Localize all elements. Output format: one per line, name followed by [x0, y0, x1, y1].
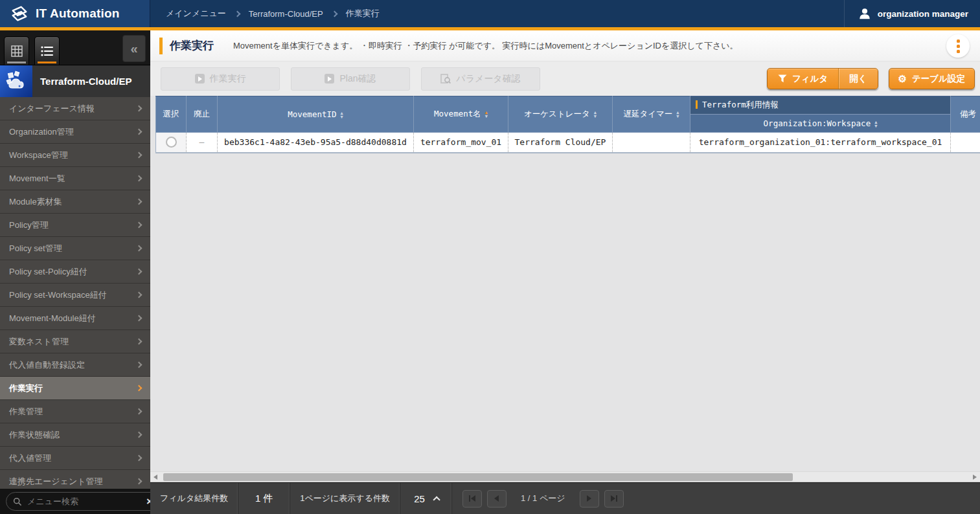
table-settings-button[interactable]: ⚙ テーブル設定 — [889, 68, 975, 89]
sidebar-item-policy-set-policy-link[interactable]: Policy set-Policy紐付 — [0, 260, 150, 284]
sort-icon: ▲▼ — [676, 111, 679, 118]
kebab-dot-icon — [957, 45, 960, 48]
scrollbar-thumb[interactable] — [163, 473, 793, 481]
chevron-right-icon — [136, 129, 142, 135]
chevron-right-icon — [136, 455, 142, 462]
column-header-orchestrator[interactable]: オーケストレータ▲▼ — [508, 96, 613, 133]
table-row: — beb336c1-4a82-43eb-95a5-d88d40d0881d t… — [156, 133, 980, 153]
menu-search-box[interactable]: × — [6, 492, 160, 511]
sidebar-item-interface-info[interactable]: インターフェース情報 — [0, 97, 150, 120]
title-accent-bar — [159, 38, 163, 54]
sidebar-item-agent-mgmt[interactable]: 連携先エージェント管理 — [0, 470, 150, 489]
row-org-workspace-cell: terraform_organization_01:terraform_work… — [690, 133, 951, 153]
user-name: organization manager — [878, 9, 968, 19]
chevron-right-icon — [136, 339, 142, 345]
column-header-remarks[interactable]: 備考▲▼ — [951, 96, 980, 133]
pagination-footer: フィルタ結果件数 1 件 1ページに表示する件数 25 1 / 1 ページ — [150, 482, 980, 514]
sort-icon-ascending: ▲▼ — [485, 111, 488, 118]
sidebar-collapse-button[interactable]: « — [122, 35, 146, 62]
sidebar-item-variable-nest-mgmt[interactable]: 変数ネスト管理 — [0, 330, 150, 353]
sidebar-item-workspace-mgmt[interactable]: Workspace管理 — [0, 144, 150, 167]
sidebar: « Terraform-Cloud/EP インターフェース情報 Organiza… — [0, 30, 150, 514]
scroll-right-icon[interactable] — [973, 475, 977, 480]
terraform-workspace-icon — [0, 65, 32, 98]
breadcrumb-current-page: 作業実行 — [346, 8, 380, 19]
app-logo[interactable]: IT Automation — [0, 0, 150, 27]
sidebar-item-work-mgmt[interactable]: 作業管理 — [0, 400, 150, 423]
sidebar-menu: インターフェース情報 Organization管理 Workspace管理 Mo… — [0, 97, 150, 489]
sidebar-item-work-status-check[interactable]: 作業状態確認 — [0, 423, 150, 447]
row-remarks-cell — [951, 133, 980, 153]
sidebar-item-organization-mgmt[interactable]: Organization管理 — [0, 120, 150, 144]
row-orchestrator-cell: Terraform Cloud/EP — [508, 133, 613, 153]
chevron-right-icon — [136, 222, 142, 229]
ita-logo-icon — [9, 5, 30, 23]
per-page-select[interactable]: 25 — [400, 483, 452, 514]
per-page-label-cell: 1ページに表示する件数 — [290, 483, 400, 514]
sort-icon: ▲▼ — [594, 111, 597, 118]
workspace-header: Terraform-Cloud/EP — [0, 65, 150, 97]
main-content: 作業実行 Movementを単体実行できます。 ・即時実行 ・予約実行 が可能で… — [150, 30, 980, 514]
sort-icon: ▲▼ — [341, 111, 343, 119]
row-select-radio[interactable] — [166, 137, 177, 148]
breadcrumb-main-menu[interactable]: メインメニュー — [166, 8, 226, 19]
sidebar-item-policy-set-mgmt[interactable]: Policy set管理 — [0, 237, 150, 260]
row-delay-timer-cell — [613, 133, 690, 153]
chevron-right-icon — [136, 385, 142, 392]
first-page-button[interactable] — [462, 490, 482, 508]
filter-result-label-cell: フィルタ結果件数 — [150, 483, 238, 514]
chevron-right-icon — [234, 10, 240, 17]
page-menu-button[interactable] — [946, 34, 970, 58]
sidebar-item-movement-module-link[interactable]: Movement-Module紐付 — [0, 307, 150, 330]
next-page-button[interactable] — [580, 490, 599, 508]
tab-menu-list[interactable] — [34, 36, 60, 65]
chevron-right-icon — [331, 10, 337, 17]
menu-search-input[interactable] — [27, 497, 141, 506]
column-header-delay-timer[interactable]: 遅延タイマー▲▼ — [613, 96, 690, 133]
chevron-right-icon — [136, 362, 142, 368]
column-header-organization-workspace[interactable]: Organization:Workspace▲▼ — [690, 115, 951, 133]
horizontal-scrollbar[interactable] — [150, 471, 980, 482]
column-header-movement-id[interactable]: MovementID▲▼ — [218, 96, 414, 133]
breadcrumb: メインメニュー Terraform-Cloud/EP 作業実行 — [150, 0, 844, 27]
list-icon — [41, 45, 54, 57]
movement-table: 選択 廃止 MovementID▲▼ Movement名▲▼ オーケストレータ▲… — [155, 96, 980, 153]
last-page-button[interactable] — [604, 490, 624, 508]
filter-open-button[interactable]: 開く — [838, 69, 877, 89]
action-toolbar: 作業実行 Plan確認 パラメータ確認 フ — [150, 61, 980, 96]
filter-funnel-icon — [778, 74, 787, 83]
play-icon — [325, 74, 334, 84]
breadcrumb-workspace[interactable]: Terraform-Cloud/EP — [249, 9, 323, 19]
column-header-discard: 廃止 — [187, 96, 218, 133]
sidebar-item-policy-mgmt[interactable]: Policy管理 — [0, 214, 150, 237]
chevron-right-icon — [136, 175, 142, 182]
sidebar-item-execute-work[interactable]: 作業実行 — [0, 377, 150, 400]
scroll-left-icon[interactable] — [154, 475, 157, 480]
chevron-right-icon — [136, 245, 142, 252]
filter-result-value-cell: 1 件 — [238, 483, 290, 514]
play-icon — [195, 74, 205, 84]
pager: 1 / 1 ページ — [462, 483, 624, 514]
page-info: 1 / 1 ページ — [521, 493, 565, 504]
sidebar-item-substitution-value-mgmt[interactable]: 代入値管理 — [0, 447, 150, 470]
tab-dashboard-grid[interactable] — [4, 36, 29, 65]
filter-button[interactable]: フィルタ — [768, 69, 838, 89]
plan-check-button[interactable]: Plan確認 — [291, 67, 410, 91]
menu-search-area: × — [0, 489, 150, 514]
sidebar-tabbar: « — [0, 30, 150, 65]
user-menu[interactable]: organization manager — [844, 0, 980, 27]
page-description: Movementを単体実行できます。 ・即時実行 ・予約実行 が可能です。 実行… — [233, 40, 738, 52]
sidebar-item-policy-set-workspace-link[interactable]: Policy set-Workspace紐付 — [0, 284, 150, 307]
search-icon — [13, 497, 22, 506]
chevron-right-icon — [136, 152, 142, 159]
chevron-right-icon — [136, 292, 142, 298]
sidebar-item-movement-list[interactable]: Movement一覧 — [0, 167, 150, 190]
previous-page-button[interactable] — [487, 490, 507, 508]
sidebar-item-substitution-auto-register[interactable]: 代入値自動登録設定 — [0, 353, 150, 377]
parameter-check-button[interactable]: パラメータ確認 — [421, 67, 540, 91]
column-header-movement-name[interactable]: Movement名▲▼ — [414, 96, 508, 133]
page-title: 作業実行 — [170, 38, 214, 53]
group-accent-bar — [696, 100, 698, 109]
sidebar-item-module-materials[interactable]: Module素材集 — [0, 190, 150, 214]
execute-work-button[interactable]: 作業実行 — [161, 67, 280, 91]
